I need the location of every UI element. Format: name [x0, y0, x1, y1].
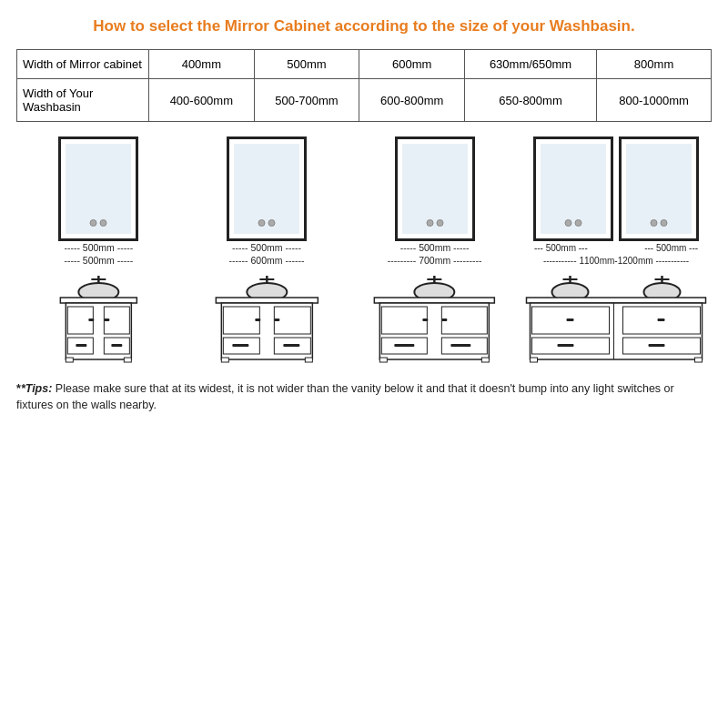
svg-rect-51	[527, 298, 706, 303]
svg-rect-11	[76, 344, 86, 347]
svg-rect-20	[223, 307, 259, 334]
washbasin-col-2: 500-700mm	[254, 79, 359, 122]
mirror-btn	[661, 219, 668, 227]
svg-rect-43	[380, 358, 388, 362]
vanity-svg-3	[352, 268, 517, 369]
mirror-item-1: ----- 500mm ----- ----- 500mm -----	[16, 136, 181, 267]
row-label-mirror: Width of Mirror cabinet	[17, 50, 149, 79]
mirror-btn	[426, 219, 433, 227]
mirror-item-2: ----- 500mm ----- ------ 600mm ------	[185, 136, 349, 267]
svg-rect-58	[567, 318, 574, 321]
svg-rect-18	[216, 298, 318, 303]
svg-rect-29	[305, 358, 312, 362]
mirror-btn	[575, 219, 582, 227]
mirror-cabinet-width-2: ----- 500mm -----	[185, 242, 349, 253]
svg-rect-13	[66, 358, 73, 362]
svg-rect-62	[531, 358, 538, 362]
page-title: How to select the Mirror Cabinet accordi…	[16, 16, 712, 36]
svg-rect-61	[649, 344, 665, 347]
vanity-item-2	[185, 268, 349, 369]
mirrors-row: ----- 500mm ----- ----- 500mm -----	[16, 136, 712, 267]
svg-rect-28	[221, 358, 228, 362]
table-row-mirror: Width of Mirror cabinet 400mm 500mm 600m…	[17, 50, 712, 79]
svg-rect-12	[111, 344, 122, 347]
row-label-washbasin: Width of Your Washbasin	[17, 79, 149, 122]
tips-section: **Tips: Please make sure that at its wid…	[16, 381, 712, 413]
vanity-item-3	[352, 268, 517, 369]
svg-rect-40	[442, 318, 448, 321]
mirror-cabinet-width-1: ----- 500mm -----	[16, 242, 181, 253]
vanity-width-1: ----- 500mm -----	[16, 255, 181, 266]
svg-rect-36	[442, 307, 488, 334]
washbasin-col-5: 800-1000mm	[597, 79, 712, 122]
mirror-col-3: 600mm	[359, 50, 465, 79]
vanity-item-1	[16, 268, 181, 369]
mirror-col-2: 500mm	[254, 50, 359, 79]
svg-rect-10	[104, 318, 109, 321]
svg-rect-33	[375, 298, 495, 303]
svg-rect-27	[283, 344, 299, 347]
mirror-btn	[651, 219, 658, 227]
mirror-btn	[90, 219, 97, 227]
washbasin-col-4: 650-800mm	[465, 79, 597, 122]
svg-rect-9	[88, 318, 94, 321]
svg-rect-59	[658, 318, 665, 321]
mirror-cabinet-width-45: --- 500mm --- --- 500mm ---	[521, 242, 712, 253]
svg-rect-44	[482, 358, 490, 362]
svg-rect-14	[124, 358, 131, 362]
washbasin-col-1: 400-600mm	[149, 79, 255, 122]
mirror-cabinet-width-3: ----- 500mm -----	[352, 242, 517, 253]
mirror-item-45: --- 500mm --- --- 500mm --- ----------- …	[521, 136, 712, 267]
mirror-btn	[565, 219, 572, 227]
svg-rect-60	[558, 344, 574, 347]
svg-rect-42	[451, 344, 471, 347]
page: How to select the Mirror Cabinet accordi…	[0, 0, 728, 728]
mirror-col-4: 630mm/650mm	[465, 50, 597, 79]
mirror-item-3: ----- 500mm ----- --------- 700mm ------…	[352, 136, 517, 267]
mirror-col-5: 800mm	[597, 50, 712, 79]
svg-rect-24	[255, 318, 260, 321]
vanity-width-3: --------- 700mm ---------	[352, 255, 517, 266]
mirror-btn	[100, 219, 107, 227]
mirror-col-1: 400mm	[149, 50, 255, 79]
svg-rect-3	[60, 298, 136, 303]
mirror-btn	[268, 219, 276, 227]
vanity-item-45	[521, 268, 712, 369]
mirror-btn	[436, 219, 443, 227]
vanities-row	[16, 268, 712, 369]
mirror-btn	[258, 219, 266, 227]
svg-rect-39	[423, 318, 429, 321]
svg-rect-26	[232, 344, 248, 347]
svg-rect-41	[395, 344, 415, 347]
vanity-svg-1	[16, 268, 181, 369]
svg-rect-35	[382, 307, 428, 334]
vanity-svg-2	[185, 268, 349, 369]
vanity-width-2: ------ 600mm ------	[185, 255, 349, 266]
size-table: Width of Mirror cabinet 400mm 500mm 600m…	[16, 49, 712, 122]
vanity-svg-45	[521, 268, 712, 369]
svg-rect-63	[695, 358, 703, 362]
tips-label: *Tips:	[21, 382, 53, 395]
vanity-width-45: ----------- 1100mm-1200mm -----------	[521, 255, 712, 266]
washbasin-col-3: 600-800mm	[359, 79, 465, 122]
table-row-washbasin: Width of Your Washbasin 400-600mm 500-70…	[17, 79, 712, 122]
tips-text: Please make sure that at its widest, it …	[16, 382, 674, 411]
svg-rect-25	[274, 318, 279, 321]
